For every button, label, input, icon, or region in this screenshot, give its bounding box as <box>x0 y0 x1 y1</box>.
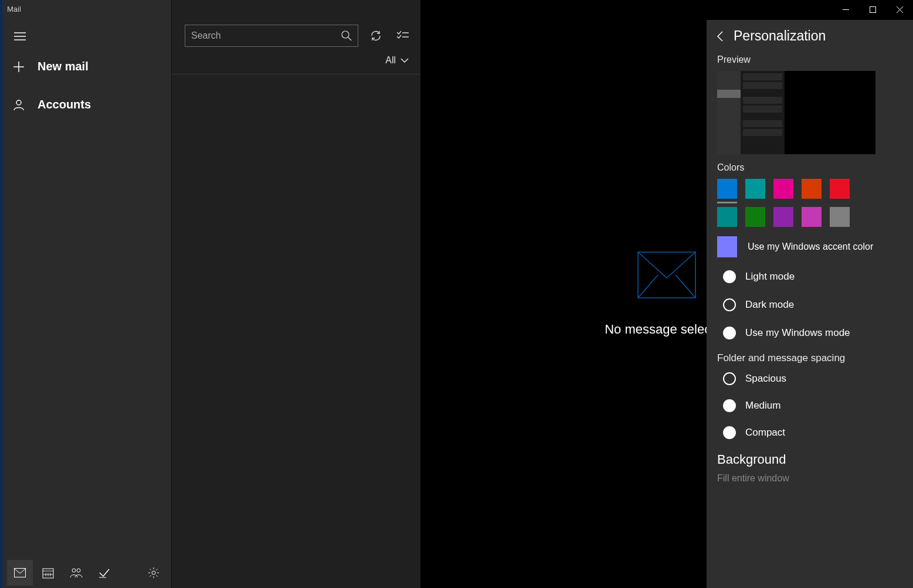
app-title: Mail <box>0 0 28 18</box>
color-swatch-4[interactable] <box>830 179 850 199</box>
windows-accent-option[interactable]: Use my Windows accent color <box>717 236 902 257</box>
checklist-icon <box>397 31 409 40</box>
medium-option[interactable]: Medium <box>723 399 902 412</box>
new-mail-label: New mail <box>38 60 89 73</box>
close-button[interactable] <box>886 0 913 19</box>
minimize-button[interactable] <box>832 0 859 19</box>
calendar-icon <box>42 567 54 579</box>
svg-point-6 <box>77 569 80 572</box>
color-swatch-5[interactable] <box>717 207 737 227</box>
color-swatch-9[interactable] <box>830 207 850 227</box>
windows-accent-label: Use my Windows accent color <box>748 242 873 252</box>
color-swatch-7[interactable] <box>773 207 793 227</box>
calendar-tab-button[interactable] <box>35 560 61 586</box>
spacing-group: Spacious Medium Compact <box>723 372 902 439</box>
theme-mode-group: Light mode Dark mode Use my Windows mode <box>723 270 902 339</box>
todo-tab-button[interactable] <box>91 560 117 586</box>
new-mail-button[interactable]: New mail <box>2 53 171 80</box>
color-grid <box>717 179 870 227</box>
colors-label: Colors <box>717 162 902 173</box>
color-swatch-3[interactable] <box>802 179 822 199</box>
message-list-toolbar <box>172 20 420 52</box>
color-swatch-1[interactable] <box>745 179 765 199</box>
chevron-down-icon <box>401 58 409 63</box>
settings-header: Personalization <box>717 28 902 44</box>
radio-unchecked-icon <box>723 270 736 283</box>
people-icon <box>70 567 83 578</box>
radio-checked-icon <box>723 372 736 385</box>
settings-button[interactable] <box>141 560 167 586</box>
mail-tab-button[interactable] <box>7 560 33 586</box>
titlebar: Mail <box>0 0 913 20</box>
color-swatch-2[interactable] <box>773 179 793 199</box>
dark-mode-label: Dark mode <box>745 299 794 311</box>
light-mode-label: Light mode <box>745 271 795 283</box>
svg-point-7 <box>152 571 155 575</box>
accounts-button[interactable]: Accounts <box>2 91 171 118</box>
svg-rect-0 <box>843 9 849 10</box>
checkmark-icon <box>99 567 110 579</box>
back-button[interactable] <box>717 31 723 42</box>
window-controls <box>832 0 913 19</box>
settings-title: Personalization <box>734 28 826 44</box>
message-list-column: All <box>171 0 420 588</box>
svg-point-5 <box>72 569 76 572</box>
mail-icon <box>14 568 26 577</box>
svg-point-8 <box>342 31 349 38</box>
sidebar-bottom-icons <box>2 558 171 588</box>
svg-rect-9 <box>638 252 695 298</box>
svg-rect-1 <box>870 6 875 12</box>
color-swatch-6[interactable] <box>745 207 765 227</box>
hamburger-button[interactable] <box>6 22 34 50</box>
maximize-button[interactable] <box>859 0 886 19</box>
refresh-icon <box>370 30 382 42</box>
filter-label: All <box>385 55 396 66</box>
mail-app: Mail New mail Account <box>0 0 913 588</box>
medium-label: Medium <box>745 400 780 412</box>
theme-preview <box>717 71 875 154</box>
search-box[interactable] <box>185 25 358 47</box>
plus-icon <box>12 61 26 73</box>
search-icon[interactable] <box>341 30 352 41</box>
radio-unchecked-icon <box>723 399 736 412</box>
windows-mode-label: Use my Windows mode <box>745 327 850 339</box>
color-swatch-0[interactable] <box>717 179 737 199</box>
light-mode-option[interactable]: Light mode <box>723 270 902 283</box>
refresh-button[interactable] <box>366 26 385 45</box>
preview-label: Preview <box>717 55 902 65</box>
spacing-label: Folder and message spacing <box>717 352 902 364</box>
sidebar: New mail Accounts <box>0 0 171 588</box>
radio-unchecked-icon <box>723 426 736 439</box>
filter-dropdown[interactable]: All <box>172 52 420 74</box>
person-icon <box>12 99 26 111</box>
background-heading: Background <box>717 452 902 467</box>
envelope-illustration <box>637 251 696 298</box>
search-input[interactable] <box>191 30 341 41</box>
radio-checked-icon <box>723 298 736 311</box>
message-list-body <box>172 74 420 588</box>
spacious-option[interactable]: Spacious <box>723 372 902 385</box>
compact-label: Compact <box>745 427 785 439</box>
svg-point-2 <box>16 100 21 105</box>
gear-icon <box>148 567 159 579</box>
accounts-label: Accounts <box>38 98 91 111</box>
personalization-panel: Personalization Preview <box>707 20 913 588</box>
select-mode-button[interactable] <box>393 26 412 45</box>
chevron-left-icon <box>717 31 723 42</box>
radio-unchecked-icon <box>723 327 736 339</box>
people-tab-button[interactable] <box>63 560 89 586</box>
compact-option[interactable]: Compact <box>723 426 902 439</box>
color-swatch-8[interactable] <box>802 207 822 227</box>
dark-mode-option[interactable]: Dark mode <box>723 298 902 311</box>
spacious-label: Spacious <box>745 373 786 385</box>
background-value: Fill entire window <box>717 473 902 484</box>
windows-accent-swatch <box>717 236 737 257</box>
windows-mode-option[interactable]: Use my Windows mode <box>723 327 902 339</box>
